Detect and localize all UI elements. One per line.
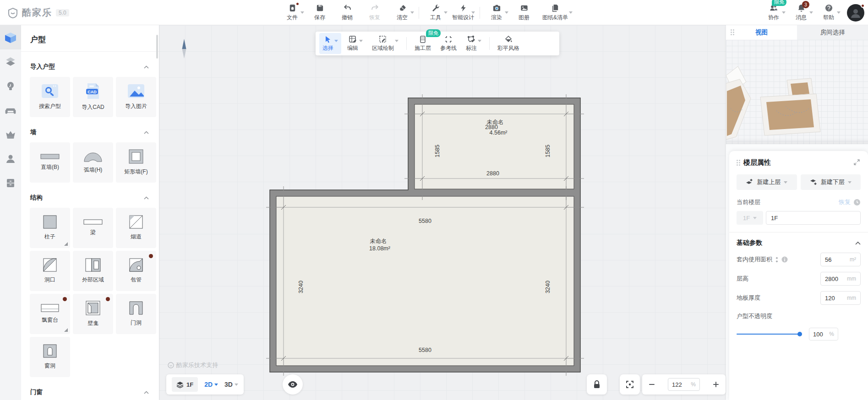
annotation-tool[interactable]: 标注 <box>463 33 485 54</box>
opening-icon <box>43 258 57 272</box>
opacity-slider[interactable] <box>737 334 800 335</box>
rect-wall-card[interactable]: 矩形墙(F) <box>116 142 156 183</box>
floor-switcher[interactable]: 1F <box>172 377 198 392</box>
select-caret-icon <box>334 40 338 42</box>
section-doors-windows-header[interactable]: 门窗 <box>21 388 159 396</box>
niche-card[interactable]: 壁龛 <box>73 294 113 334</box>
expand-icon[interactable] <box>854 159 860 165</box>
arc-wall-icon <box>82 151 104 162</box>
flue-card[interactable]: 烟道 <box>116 208 156 248</box>
collab-limited-free-badge: 限免 <box>772 0 786 6</box>
select-tool[interactable]: 选择 <box>319 33 341 54</box>
save-button[interactable]: 保存 <box>306 0 333 25</box>
search-floorplan-card[interactable]: 搜索户型 <box>30 77 70 117</box>
undo-button[interactable]: 撤销 <box>333 0 361 25</box>
new-lower-floor-button[interactable]: 新建下层 <box>801 174 861 190</box>
straight-wall-icon <box>40 154 60 159</box>
redo-button[interactable]: 恢复 <box>361 0 388 25</box>
drawings-list-button[interactable]: 图纸&清单 <box>538 0 573 25</box>
watermark: 酷家乐技术支持 <box>168 361 218 369</box>
rail-lighting-item[interactable] <box>0 74 21 98</box>
panel-scrollbar[interactable] <box>156 35 158 59</box>
floor-select[interactable]: 1F <box>737 211 763 225</box>
corner-fold-icon <box>64 242 68 246</box>
preview-bottom-shade <box>726 138 868 144</box>
door-opening-card[interactable]: 门洞 <box>116 294 156 334</box>
toolbar-divider <box>406 37 407 50</box>
annotation-caret-icon <box>478 40 481 42</box>
tab-view[interactable]: 视图 <box>726 25 797 40</box>
construction-layer-tool[interactable]: 施工层 限免 <box>411 33 434 54</box>
usable-area-unit: m² <box>850 256 856 263</box>
rail-floorplan-item[interactable] <box>0 25 21 49</box>
edit-tool[interactable]: 编辑 <box>344 33 366 54</box>
opacity-input-box: % <box>809 328 838 341</box>
lock-button[interactable] <box>587 374 607 395</box>
3d-preview-viewport[interactable] <box>726 40 868 144</box>
opacity-input[interactable] <box>813 331 826 338</box>
usable-area-input[interactable] <box>825 256 844 263</box>
pipe-wrap-card[interactable]: 包管 <box>116 251 156 291</box>
app-logo[interactable]: 酷家乐 5.0 <box>7 6 69 19</box>
messages-button[interactable]: 消息 3 <box>787 0 815 25</box>
region-draw-tool[interactable]: 区域绘制 <box>369 33 402 54</box>
external-area-icon <box>85 258 101 272</box>
section-structure-header[interactable]: 结构 <box>21 194 159 202</box>
collaborate-button[interactable]: 协作 限免 <box>760 0 787 25</box>
bay-window-card[interactable]: 飘窗台 <box>30 294 70 334</box>
collab-caret-icon <box>782 11 786 14</box>
color-plan-style-tool[interactable]: 彩平风格 <box>494 33 523 54</box>
info-icon[interactable] <box>781 256 788 263</box>
new-upper-floor-button[interactable]: 新建上层 <box>737 174 797 190</box>
import-cad-card[interactable]: CAD 导入CAD <box>73 77 113 117</box>
rail-brand-item[interactable] <box>0 122 21 146</box>
rail-profile-item[interactable] <box>0 146 21 171</box>
help-button[interactable]: 帮助 <box>815 0 842 25</box>
collapse-chevron-icon <box>144 131 149 134</box>
zoom-value-input[interactable] <box>672 381 688 388</box>
opening-card[interactable]: 洞口 <box>30 251 70 291</box>
fit-view-button[interactable] <box>620 374 640 395</box>
album-button[interactable]: 图册 <box>510 0 538 25</box>
arc-wall-card[interactable]: 弧墙(H) <box>73 142 113 183</box>
section-wall-header[interactable]: 墙 <box>21 128 159 136</box>
render-button[interactable]: 渲染 <box>483 0 510 25</box>
external-area-card[interactable]: 外部区域 <box>73 251 113 291</box>
beam-card[interactable]: 梁 <box>73 208 113 248</box>
floor-name-input[interactable] <box>766 211 861 225</box>
reference-line-tool[interactable]: 参考线 <box>437 33 460 54</box>
view-mode-bar: 1F 2D 3D <box>166 374 244 395</box>
card-drag-handle-icon[interactable] <box>737 160 740 166</box>
floor-thickness-input[interactable] <box>825 295 844 302</box>
tab-room-select[interactable]: 房间选择 <box>797 25 868 40</box>
restore-link[interactable]: 恢复 <box>839 198 861 206</box>
panel-drag-handle-icon[interactable] <box>731 29 734 35</box>
mode-3d-button[interactable]: 3D <box>224 381 238 388</box>
rail-tiles-item[interactable] <box>0 49 21 74</box>
floor-height-input[interactable] <box>825 276 844 282</box>
straight-wall-card[interactable]: 直墙(B) <box>30 142 70 183</box>
section-import-header[interactable]: 导入户型 <box>21 63 159 71</box>
window-opening-card[interactable]: 窗洞 <box>30 337 70 377</box>
import-image-card[interactable]: 导入图片 <box>116 77 156 117</box>
clear-button[interactable]: 清空 <box>388 0 416 25</box>
smart-design-button[interactable]: 智能设计 <box>449 0 477 25</box>
rail-cabinet-item[interactable] <box>0 171 21 195</box>
picture-icon <box>520 4 529 12</box>
visibility-button[interactable] <box>283 374 303 395</box>
swap-vertical-icon[interactable] <box>775 257 779 263</box>
file-button[interactable]: 文件 <box>278 0 306 25</box>
opacity-slider-knob[interactable] <box>797 332 802 336</box>
rail-furniture-item[interactable] <box>0 98 21 122</box>
user-avatar[interactable] <box>847 4 864 22</box>
zoom-in-icon[interactable] <box>713 381 719 388</box>
eraser-icon <box>398 4 407 12</box>
undo-icon <box>343 4 352 12</box>
column-card[interactable]: 柱子 <box>30 208 70 248</box>
mode-2d-button[interactable]: 2D <box>204 381 218 388</box>
tools-button[interactable]: 工具 <box>422 0 449 25</box>
basic-params-header[interactable]: 基础参数 <box>737 239 861 247</box>
messages-caret-icon <box>809 11 813 14</box>
tiles-icon <box>5 56 16 68</box>
zoom-out-icon[interactable] <box>649 381 655 388</box>
